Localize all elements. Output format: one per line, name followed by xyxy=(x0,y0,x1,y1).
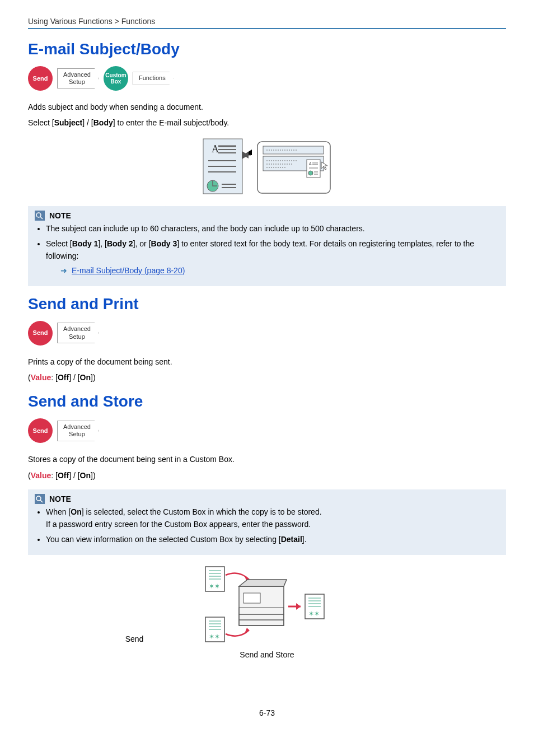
pill-row-1: Send Advanced Setup CustomBox Functions xyxy=(28,66,506,91)
pill-row-3: Send Advanced Setup xyxy=(28,418,506,443)
note2-item2: You can view information on the selected… xyxy=(46,534,499,546)
note-label: NOTE xyxy=(49,211,71,220)
advanced-setup-tag: Advanced Setup xyxy=(57,68,99,88)
s2-line1: Prints a copy of the document being sent… xyxy=(28,356,506,368)
s3-value-line: (Value: [Off] / [On]) xyxy=(28,469,506,482)
section-title-email: E-mail Subject/Body xyxy=(28,40,506,58)
svg-point-24 xyxy=(308,171,313,175)
note-label-2: NOTE xyxy=(49,494,71,503)
pill-row-2: Send Advanced Setup xyxy=(28,321,506,346)
note-box-1: NOTE The subject can include up to 60 ch… xyxy=(28,206,506,286)
section-title-sendstore: Send and Store xyxy=(28,393,506,410)
adv-line2: Setup xyxy=(69,78,85,85)
svg-text:✶✶: ✶✶ xyxy=(308,610,320,618)
send-pill-2: Send xyxy=(28,321,53,346)
page-number: 6-73 xyxy=(28,708,506,717)
adv-line1: Advanced xyxy=(63,71,91,78)
svg-rect-48 xyxy=(243,593,260,603)
send-store-illustration: ✶✶ ✶✶ xyxy=(28,564,506,659)
s1-line1: Adds subject and body when sending a doc… xyxy=(28,101,506,113)
note1-item2: Select [Body 1], [Body 2], or [Body 3] t… xyxy=(46,238,499,277)
cb-l2: Box xyxy=(110,78,121,85)
header-rule xyxy=(28,28,506,29)
svg-text:A: A xyxy=(212,143,219,155)
cb-l1: Custom xyxy=(105,72,126,78)
s1-line2: Select [Subject] / [Body] to enter the E… xyxy=(28,116,506,129)
diag-send-label: Send xyxy=(106,634,162,643)
functions-tag: Functions xyxy=(133,72,174,85)
svg-text:✶✶: ✶✶ xyxy=(209,582,220,590)
svg-text:✶✶: ✶✶ xyxy=(209,633,220,641)
note-box-2: NOTE When [On] is selected, select the C… xyxy=(28,489,506,555)
svg-marker-53 xyxy=(296,603,301,610)
advanced-setup-tag-2: Advanced Setup xyxy=(57,323,99,343)
note-icon-2 xyxy=(35,494,45,504)
svg-text:A: A xyxy=(309,162,312,166)
xref-link-email[interactable]: E-mail Subject/Body (page 8-20) xyxy=(72,265,185,277)
section-title-sendprint: Send and Print xyxy=(28,295,506,313)
send-pill: Send xyxy=(28,66,53,91)
note-icon xyxy=(35,211,45,221)
arrow-icon: ➜ xyxy=(60,265,67,277)
advanced-setup-tag-3: Advanced Setup xyxy=(57,421,99,441)
custom-box-pill: CustomBox xyxy=(104,66,128,91)
email-body-illustration: A xyxy=(28,138,506,197)
breadcrumb: Using Various Functions > Functions xyxy=(28,17,506,26)
send-pill-3: Send xyxy=(28,418,53,443)
note2-item1: When [On] is selected, select the Custom… xyxy=(46,506,499,530)
s2-value-line: (Value: [Off] / [On]) xyxy=(28,371,506,384)
s3-line1: Stores a copy of the document being sent… xyxy=(28,453,506,465)
diag-sendstore-label: Send and Store xyxy=(28,650,506,659)
note1-item1: The subject can include up to 60 charact… xyxy=(46,223,499,235)
